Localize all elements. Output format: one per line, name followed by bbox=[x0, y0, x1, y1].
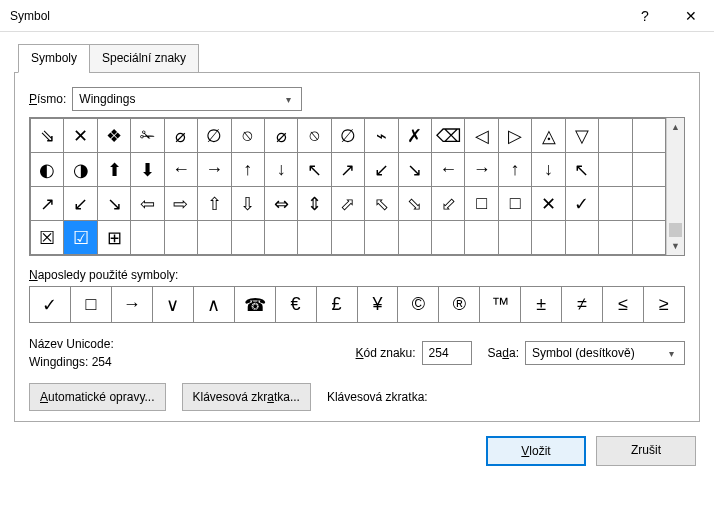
symbol-cell[interactable]: ⬁ bbox=[365, 187, 397, 220]
symbol-cell[interactable]: ✁ bbox=[131, 119, 163, 152]
recent-symbol-cell[interactable]: © bbox=[398, 287, 438, 322]
symbol-cell[interactable]: ↓ bbox=[265, 153, 297, 186]
symbol-cell[interactable]: ↘ bbox=[399, 153, 431, 186]
symbol-cell[interactable]: ⇕ bbox=[298, 187, 330, 220]
symbol-cell[interactable]: ↗ bbox=[31, 187, 63, 220]
symbol-cell bbox=[131, 221, 163, 254]
scroll-up-icon[interactable]: ▲ bbox=[667, 118, 684, 136]
symbol-cell[interactable]: ▷ bbox=[499, 119, 531, 152]
symbol-cell[interactable]: ⬀ bbox=[332, 187, 364, 220]
symbol-cell[interactable]: ⇧ bbox=[198, 187, 230, 220]
symbol-cell[interactable]: ↙ bbox=[365, 153, 397, 186]
symbol-cell[interactable]: ◐ bbox=[31, 153, 63, 186]
titlebar: Symbol ? ✕ bbox=[0, 0, 714, 32]
symbol-cell[interactable]: ✓ bbox=[566, 187, 598, 220]
symbol-cell[interactable]: ↘ bbox=[98, 187, 130, 220]
symbol-cell[interactable]: ↙ bbox=[64, 187, 96, 220]
symbol-cell[interactable]: ⇩ bbox=[232, 187, 264, 220]
recent-symbol-cell[interactable]: □ bbox=[71, 287, 111, 322]
symbol-cell bbox=[298, 221, 330, 254]
recent-symbol-cell[interactable]: ¥ bbox=[358, 287, 398, 322]
symbol-cell[interactable]: ⇘ bbox=[31, 119, 63, 152]
recent-symbol-cell[interactable]: ≤ bbox=[603, 287, 643, 322]
recent-symbol-cell[interactable]: ≥ bbox=[644, 287, 684, 322]
symbol-cell[interactable]: ⌫ bbox=[432, 119, 464, 152]
scroll-track[interactable] bbox=[667, 136, 684, 237]
recent-symbol-cell[interactable]: ± bbox=[521, 287, 561, 322]
recent-symbol-cell[interactable]: ✓ bbox=[30, 287, 70, 322]
symbol-cell bbox=[633, 153, 665, 186]
recent-symbol-cell[interactable]: ∨ bbox=[153, 287, 193, 322]
symbol-cell[interactable]: ↗ bbox=[332, 153, 364, 186]
tab-symbols[interactable]: Symboly bbox=[18, 44, 90, 73]
symbol-cell[interactable]: ◁ bbox=[465, 119, 497, 152]
symbol-cell[interactable]: ✗ bbox=[399, 119, 431, 152]
set-select[interactable]: Symbol (desítkově) ▾ bbox=[525, 341, 685, 365]
recent-symbol-cell[interactable]: ∧ bbox=[194, 287, 234, 322]
recent-symbol-cell[interactable]: ☎ bbox=[235, 287, 275, 322]
symbol-cell[interactable]: □ bbox=[499, 187, 531, 220]
dialog-footer: Vložit Zrušit bbox=[0, 422, 714, 480]
help-button[interactable]: ? bbox=[622, 0, 668, 32]
close-button[interactable]: ✕ bbox=[668, 0, 714, 32]
scroll-down-icon[interactable]: ▼ bbox=[667, 237, 684, 255]
symbol-cell[interactable]: ❖ bbox=[98, 119, 130, 152]
symbol-cell[interactable]: ☑ bbox=[64, 221, 96, 254]
unicode-value: Wingdings: 254 bbox=[29, 355, 350, 369]
symbol-cell bbox=[432, 221, 464, 254]
symbol-cell[interactable]: ✕ bbox=[64, 119, 96, 152]
symbol-cell bbox=[633, 187, 665, 220]
symbol-cell[interactable]: □ bbox=[465, 187, 497, 220]
font-label: Písmo: bbox=[29, 92, 66, 106]
symbol-cell bbox=[599, 119, 631, 152]
recent-symbol-cell[interactable]: ™ bbox=[480, 287, 520, 322]
symbol-cell[interactable]: ⇦ bbox=[131, 187, 163, 220]
recent-symbol-cell[interactable]: £ bbox=[317, 287, 357, 322]
symbol-cell bbox=[633, 221, 665, 254]
symbol-cell[interactable]: ↑ bbox=[232, 153, 264, 186]
symbol-cell[interactable]: ⬂ bbox=[399, 187, 431, 220]
symbol-cell[interactable]: ∅ bbox=[198, 119, 230, 152]
symbol-cell[interactable]: ◑ bbox=[64, 153, 96, 186]
symbol-cell[interactable]: ↖ bbox=[566, 153, 598, 186]
symbol-cell[interactable]: → bbox=[198, 153, 230, 186]
symbol-cell[interactable]: ▽ bbox=[566, 119, 598, 152]
symbol-cell[interactable]: ⊞ bbox=[98, 221, 130, 254]
symbol-cell[interactable]: ← bbox=[165, 153, 197, 186]
symbol-cell[interactable]: → bbox=[465, 153, 497, 186]
symbol-cell[interactable]: ↓ bbox=[532, 153, 564, 186]
symbol-cell[interactable]: ↖ bbox=[298, 153, 330, 186]
insert-button[interactable]: Vložit bbox=[486, 436, 586, 466]
tab-special[interactable]: Speciální znaky bbox=[89, 44, 199, 73]
code-input[interactable]: 254 bbox=[422, 341, 472, 365]
symbol-cell[interactable]: ← bbox=[432, 153, 464, 186]
recent-symbol-cell[interactable]: → bbox=[112, 287, 152, 322]
symbol-cell[interactable]: ◬ bbox=[532, 119, 564, 152]
cancel-button[interactable]: Zrušit bbox=[596, 436, 696, 466]
symbol-cell bbox=[599, 187, 631, 220]
font-select[interactable]: Wingdings ▾ bbox=[72, 87, 302, 111]
recent-symbol-cell[interactable]: € bbox=[276, 287, 316, 322]
symbol-cell[interactable]: ✕ bbox=[532, 187, 564, 220]
recent-symbol-cell[interactable]: ≠ bbox=[562, 287, 602, 322]
symbol-cell[interactable]: ⌁ bbox=[365, 119, 397, 152]
symbol-cell[interactable]: ☒ bbox=[31, 221, 63, 254]
symbol-cell[interactable]: ⇔ bbox=[265, 187, 297, 220]
symbol-cell[interactable]: ⍉ bbox=[298, 119, 330, 152]
symbol-grid-container: ⇘✕❖✁⌀∅⍉⌀⍉∅⌁✗⌫◁▷◬▽◐◑⬆⬇←→↑↓↖↗↙↘←→↑↓↖↗↙↘⇦⇨⇧… bbox=[29, 117, 685, 256]
shortcut-button[interactable]: Klávesová zkratka... bbox=[182, 383, 311, 411]
symbol-cell[interactable]: ⬆ bbox=[98, 153, 130, 186]
recent-symbol-cell[interactable]: ® bbox=[439, 287, 479, 322]
symbol-cell[interactable]: ⇨ bbox=[165, 187, 197, 220]
scroll-thumb[interactable] bbox=[669, 223, 682, 237]
symbol-cell[interactable]: ⌀ bbox=[265, 119, 297, 152]
symbol-cell[interactable]: ⍉ bbox=[232, 119, 264, 152]
symbol-cell[interactable]: ⌀ bbox=[165, 119, 197, 152]
symbol-cell bbox=[633, 119, 665, 152]
symbol-cell[interactable]: ⬃ bbox=[432, 187, 464, 220]
autocorrect-button[interactable]: Automatické opravy... bbox=[29, 383, 166, 411]
grid-scrollbar[interactable]: ▲ ▼ bbox=[666, 118, 684, 255]
symbol-cell[interactable]: ⬇ bbox=[131, 153, 163, 186]
symbol-cell[interactable]: ∅ bbox=[332, 119, 364, 152]
symbol-cell[interactable]: ↑ bbox=[499, 153, 531, 186]
